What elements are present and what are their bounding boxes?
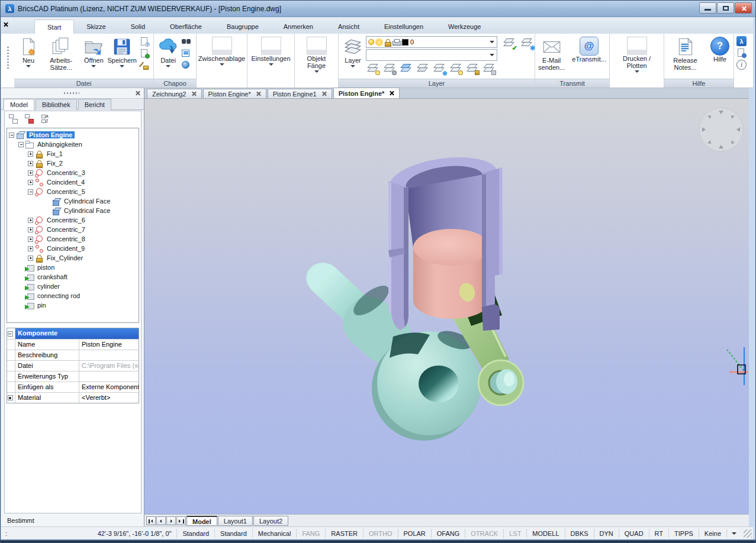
property-row[interactable]: DateiC:\Program Files (x8 <box>7 360 139 371</box>
etransmit-button[interactable]: @ eTransmit... <box>570 35 608 64</box>
toggle-rt[interactable]: RT <box>649 529 668 538</box>
tree-item[interactable]: Coincident_4 <box>7 177 139 187</box>
model-viewport[interactable] <box>144 99 749 514</box>
tree-item[interactable]: Fix_Cylinder <box>7 253 139 263</box>
toggle-raster[interactable]: RASTER <box>325 529 363 538</box>
expand-icon[interactable] <box>8 395 13 400</box>
property-row[interactable]: Beschreibung <box>7 350 139 360</box>
tree-item[interactable]: Concentric_8 <box>7 234 139 244</box>
objekt-faenge-button[interactable]: Objekt Fänge <box>297 35 336 76</box>
tab-bibliothek[interactable]: Bibliothek <box>36 99 77 110</box>
tab-start[interactable]: Start <box>34 20 74 34</box>
doc-tab-zeichnung2[interactable]: Zeichnung2 <box>147 89 202 98</box>
expand-icon[interactable] <box>28 227 33 232</box>
next-tab-button[interactable] <box>166 516 176 525</box>
doc-tab-piston-engine1[interactable]: Piston Engine1 <box>268 89 332 98</box>
tree-item[interactable]: Piston Engine <box>7 130 139 140</box>
properties-header-row[interactable]: Komponente <box>7 328 139 339</box>
field-style[interactable]: Standard <box>176 529 214 538</box>
tree-item[interactable]: connecting rod <box>7 291 139 300</box>
sheet-list-icon[interactable] <box>181 49 191 59</box>
ribbon-close-button[interactable] <box>3 19 11 27</box>
resize-grip[interactable] <box>744 529 752 538</box>
help-document-icon[interactable]: ? <box>140 37 150 47</box>
release-notes-button[interactable]: Release Notes... <box>667 35 704 72</box>
tree-item[interactable]: Coincident_9 <box>7 244 139 253</box>
layout-tab-layout1[interactable]: Layout1 <box>218 516 253 526</box>
tree-item[interactable]: Abhängigkeiten <box>7 140 139 149</box>
tab-werkzeuge[interactable]: Werkzeuge <box>436 20 493 34</box>
drag-handle-icon[interactable] <box>64 92 79 94</box>
collapse-tree-icon[interactable] <box>8 114 18 124</box>
ribbon-grip[interactable] <box>1 34 14 88</box>
tree-item[interactable]: Fix_2 <box>7 159 139 168</box>
tab-model[interactable]: Model <box>4 99 34 110</box>
expand-tree-icon[interactable] <box>24 114 34 124</box>
layer-off-tool-icon[interactable] <box>384 63 397 75</box>
tree-item[interactable]: piston <box>7 263 139 272</box>
close-icon[interactable] <box>191 91 197 96</box>
tab-einstellungen[interactable]: Einstellungen <box>372 20 436 34</box>
property-row[interactable]: Material<Vererbt> <box>7 392 139 403</box>
doc-tab-piston-engine[interactable]: Piston Engine* <box>203 89 266 98</box>
toggle-dyn[interactable]: DYN <box>594 529 619 538</box>
toggle-modell[interactable]: MODELL <box>526 529 564 538</box>
bricscad-app-icon[interactable]: λ <box>736 36 747 46</box>
panel-close-icon[interactable] <box>135 90 140 96</box>
property-row[interactable]: NamePiston Engine <box>7 339 139 350</box>
restore-button[interactable] <box>717 2 734 14</box>
property-row[interactable]: Erweiterungs Typ <box>7 371 139 382</box>
statusbar-menu-arrow[interactable] <box>726 529 744 538</box>
user-profile-icon[interactable] <box>736 48 747 58</box>
chapoo-datei-button[interactable]: Datei <box>156 35 180 71</box>
recover-document-icon[interactable] <box>140 49 150 59</box>
close-icon[interactable] <box>321 91 327 96</box>
toggle-keine[interactable]: Keine <box>699 529 726 538</box>
toggle-ofang[interactable]: OFANG <box>431 529 465 538</box>
layer-thaw-tool-icon[interactable] <box>450 63 463 75</box>
property-row[interactable]: Einfügen alsExterne Komponente <box>7 382 139 392</box>
close-button[interactable] <box>735 2 752 14</box>
close-icon[interactable] <box>256 91 261 96</box>
email-senden-button[interactable]: E-Mail senden... <box>536 35 567 72</box>
tree-item[interactable]: Concentric_5 <box>7 187 139 196</box>
sort-az-icon[interactable]: AZ <box>40 114 50 124</box>
tab-oberflaeche[interactable]: Oberfläche <box>157 20 214 34</box>
field-dimstyle[interactable]: Standard <box>214 529 252 538</box>
toggle-polar[interactable]: POLAR <box>398 529 431 538</box>
tree-item[interactable]: Fix_1 <box>7 149 139 159</box>
last-tab-button[interactable] <box>176 516 186 525</box>
info-icon[interactable]: i <box>736 60 747 70</box>
layout-tab-model[interactable]: Model <box>186 516 217 526</box>
expand-icon[interactable] <box>28 151 33 157</box>
collapse-icon[interactable] <box>9 132 14 138</box>
neu-button[interactable]: Neu <box>17 35 40 71</box>
doc-tab-piston-engine-active[interactable]: Piston Engine* <box>333 88 400 98</box>
toggle-ortho[interactable]: ORTHO <box>363 529 398 538</box>
tree-item[interactable]: Cylindrical Face <box>7 206 139 215</box>
arbeits-saetze-button[interactable]: Arbeits-Sätze... <box>40 35 82 72</box>
tree-item[interactable]: crankshaft <box>7 272 139 282</box>
field-workspace[interactable]: Mechanical <box>252 529 297 538</box>
prev-tab-button[interactable] <box>156 516 166 525</box>
navigation-wheel[interactable] <box>699 108 743 151</box>
first-tab-button[interactable] <box>146 516 156 525</box>
expand-icon[interactable] <box>28 170 33 176</box>
close-icon[interactable] <box>389 90 394 96</box>
toggle-lst[interactable]: LST <box>503 529 526 538</box>
layer-on-tool-icon[interactable] <box>367 63 380 75</box>
toggle-fang[interactable]: FANG <box>296 529 325 538</box>
toggle-tipps[interactable]: TIPPS <box>668 529 699 538</box>
einstellungen-button[interactable]: Einstellungen <box>249 35 292 69</box>
layer-button[interactable]: Layer <box>341 35 365 71</box>
layer-isolate-tool-icon[interactable] <box>400 63 413 75</box>
tab-bericht[interactable]: Bericht <box>78 99 111 110</box>
tree-item[interactable]: Concentric_7 <box>7 225 139 234</box>
tab-baugruppe[interactable]: Baugruppe <box>214 20 271 34</box>
panel-header[interactable] <box>1 88 144 99</box>
toggle-otrack[interactable]: OTRACK <box>465 529 503 538</box>
title-bar[interactable]: λ BricsCAD Platinum (Lizenz, NICHT ZUM W… <box>1 1 755 17</box>
layer-check-tool-icon[interactable]: ✔ <box>503 38 516 50</box>
speichern-button[interactable]: Speichern <box>105 35 139 71</box>
clean-broom-icon[interactable] <box>140 60 150 70</box>
